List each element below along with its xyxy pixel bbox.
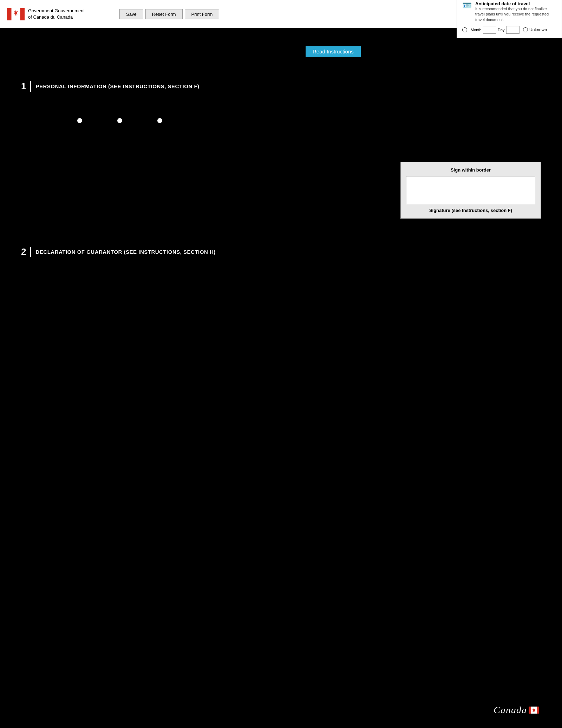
travel-date-title: Anticipated date of travel (475, 1, 556, 6)
section-2-number: 2 (21, 246, 26, 257)
unknown-label: Unknown (529, 27, 547, 32)
travel-date-desc: It is recommended that you do not finali… (475, 6, 556, 22)
reset-form-button[interactable]: Reset Form (145, 9, 183, 19)
canada-wordmark: Canada (494, 704, 527, 716)
section-1-title: PERSONAL INFORMATION (SEE INSTRUCTIONS, … (35, 83, 199, 89)
svg-rect-4 (15, 13, 17, 15)
footer: Canada (492, 703, 541, 717)
gov-line2: of Canada du Canada (28, 14, 85, 20)
travel-date-inputs: Month Day Unknown (462, 26, 556, 34)
section-2: 2 DECLARATION OF GUARANTOR (SEE INSTRUCT… (21, 246, 541, 475)
section-2-divider (30, 247, 31, 257)
gov-line1: Government Gouvernement (28, 8, 85, 14)
main-content: Read Instructions 🪪 Anticipated date of … (0, 28, 562, 486)
dot-3 (157, 118, 162, 123)
page-wrapper: Government Gouvernement of Canada du Can… (0, 0, 562, 728)
section-1-number: 1 (21, 81, 26, 92)
travel-date-header: 🪪 Anticipated date of travel It is recom… (462, 1, 556, 22)
sign-within-border-label: Sign within border (406, 167, 535, 173)
section-1-divider (30, 81, 31, 92)
passport-icon: 🪪 (462, 1, 472, 10)
dot-1 (77, 118, 82, 123)
date-radio[interactable] (462, 27, 467, 32)
gov-text: Government Gouvernement of Canada du Can… (28, 8, 85, 20)
section-2-header: 2 DECLARATION OF GUARANTOR (SEE INSTRUCT… (21, 246, 541, 257)
save-button[interactable]: Save (119, 9, 143, 19)
svg-rect-1 (7, 8, 12, 20)
day-label: Day (498, 28, 505, 32)
svg-rect-8 (534, 711, 535, 712)
canada-logo-footer: Canada (492, 703, 541, 717)
section-1-header: 1 PERSONAL INFORMATION (SEE INSTRUCTIONS… (21, 81, 541, 92)
signature-label: Signature (see Instructions, section F) (406, 208, 535, 213)
svg-rect-2 (20, 8, 25, 20)
travel-date-box: 🪪 Anticipated date of travel It is recom… (457, 0, 562, 38)
section-2-content (21, 264, 541, 475)
logo-area: Government Gouvernement of Canada du Can… (7, 8, 85, 20)
month-label: Month (471, 28, 482, 32)
read-instructions-button[interactable]: Read Instructions (306, 46, 361, 57)
dot-2 (117, 118, 122, 123)
canada-flag-icon (7, 8, 25, 20)
section-2-title: DECLARATION OF GUARANTOR (SEE INSTRUCTIO… (35, 249, 215, 255)
day-input[interactable] (506, 26, 519, 34)
signature-container: Sign within border Signature (see Instru… (400, 162, 541, 219)
header-buttons: Save Reset Form Print Form (119, 9, 219, 19)
unknown-radio[interactable] (523, 27, 528, 32)
canada-flag-footer-icon (529, 707, 539, 714)
month-input[interactable] (483, 26, 496, 34)
unknown-option: Unknown (523, 27, 547, 32)
dots-row (21, 113, 541, 128)
signature-box[interactable] (406, 176, 535, 204)
print-form-button[interactable]: Print Form (185, 9, 220, 19)
